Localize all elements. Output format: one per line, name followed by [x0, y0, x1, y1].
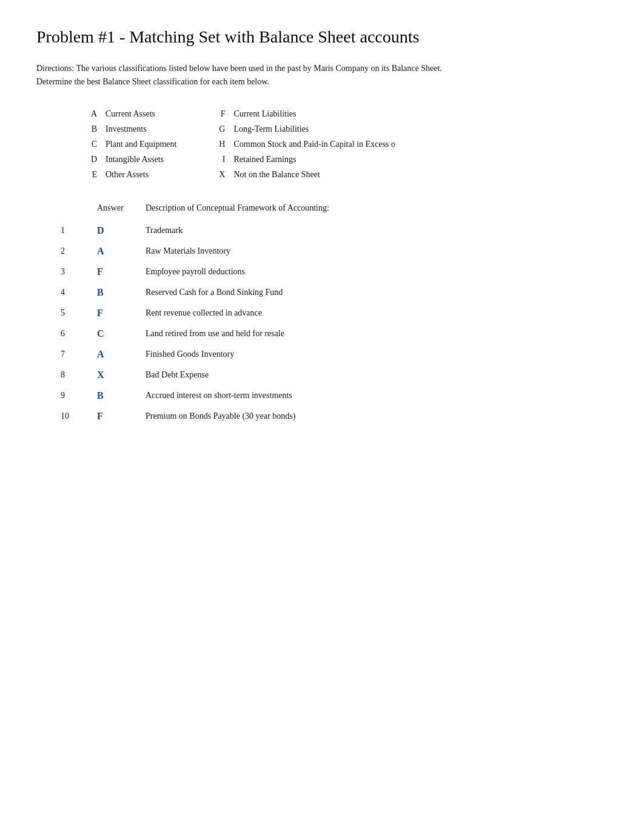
row-answer: F	[97, 306, 146, 320]
row-number: 2	[61, 245, 97, 257]
row-description: Raw Materials Inventory	[146, 245, 608, 257]
row-number: 9	[61, 389, 97, 402]
table-row: 2 A Raw Materials Inventory	[36, 241, 608, 262]
legend-label: Retained Earnings	[233, 153, 296, 166]
row-number: 5	[61, 306, 97, 319]
legend-letter: C	[85, 138, 97, 150]
table-row: 3 F Employee payroll deductions	[36, 262, 608, 282]
row-answer: A	[97, 347, 146, 362]
row-description: Bad Debt Expense	[146, 368, 608, 381]
answer-table: Answer Description of Conceptual Framewo…	[36, 199, 608, 427]
legend-item: EOther Assets	[85, 168, 176, 181]
row-number: 1	[61, 224, 97, 237]
header-spacer	[61, 201, 97, 214]
legend-label: Investments	[106, 123, 147, 135]
directions-text: Directions: The various classifications …	[36, 62, 461, 89]
legend-letter: D	[85, 153, 97, 166]
legend-section: ACurrent AssetsBInvestmentsCPlant and Eq…	[85, 107, 608, 181]
legend-item: DIntangible Assets	[85, 153, 176, 166]
legend-label: Common Stock and Paid-in Capital in Exce…	[233, 138, 395, 150]
row-answer: X	[97, 368, 146, 382]
row-description: Reserved Cash for a Bond Sinking Fund	[146, 286, 608, 299]
row-description: Employee payroll deductions	[146, 265, 608, 278]
row-description: Accrued interest on short-term investmen…	[146, 389, 608, 402]
legend-right: FCurrent LiabilitiesGLong-Term Liabiliti…	[213, 107, 395, 181]
table-row: 5 F Rent revenue collected in advance	[36, 303, 608, 323]
legend-letter: B	[85, 123, 97, 135]
legend-label: Intangible Assets	[106, 153, 164, 166]
table-header: Answer Description of Conceptual Framewo…	[36, 199, 608, 218]
table-row: 10 F Premium on Bonds Payable (30 year b…	[36, 406, 608, 427]
row-description: Finished Goods Inventory	[146, 348, 608, 360]
legend-item: CPlant and Equipment	[85, 138, 176, 150]
legend-letter: I	[213, 153, 225, 166]
row-answer: C	[97, 326, 146, 341]
row-answer: A	[97, 244, 146, 259]
legend-item: GLong-Term Liabilities	[213, 123, 395, 135]
row-description: Premium on Bonds Payable (30 year bonds)	[146, 410, 608, 422]
row-number: 8	[61, 368, 97, 381]
row-answer: F	[97, 265, 146, 279]
table-row: 1 D Trademark	[36, 220, 608, 241]
legend-item: HCommon Stock and Paid-in Capital in Exc…	[213, 138, 395, 150]
legend-letter: H	[213, 138, 225, 150]
legend-label: Current Assets	[106, 107, 155, 120]
row-answer: F	[97, 409, 146, 424]
row-answer: B	[97, 285, 146, 300]
header-description: Description of Conceptual Framework of A…	[146, 201, 608, 214]
legend-letter: E	[85, 168, 97, 181]
row-description: Rent revenue collected in advance	[146, 306, 608, 319]
legend-label: Plant and Equipment	[106, 138, 176, 150]
row-description: Land retired from use and held for resal…	[146, 327, 608, 340]
row-number: 10	[61, 410, 97, 422]
row-number: 4	[61, 286, 97, 299]
row-answer: B	[97, 388, 146, 403]
row-number: 6	[61, 327, 97, 340]
header-answer: Answer	[97, 201, 146, 214]
table-row: 7 A Finished Goods Inventory	[36, 344, 608, 365]
page-title: Problem #1 - Matching Set with Balance S…	[36, 24, 608, 50]
row-description: Trademark	[146, 224, 608, 237]
legend-letter: F	[213, 107, 225, 120]
legend-item: IRetained Earnings	[213, 153, 395, 166]
legend-label: Long-Term Liabilities	[233, 123, 309, 135]
legend-letter: A	[85, 107, 97, 120]
table-row: 8 X Bad Debt Expense	[36, 365, 608, 385]
legend-item: BInvestments	[85, 123, 176, 135]
table-row: 4 B Reserved Cash for a Bond Sinking Fun…	[36, 282, 608, 303]
legend-item: XNot on the Balance Sheet	[213, 168, 395, 181]
row-number: 3	[61, 265, 97, 278]
legend-item: FCurrent Liabilities	[213, 107, 395, 120]
row-number: 7	[61, 348, 97, 360]
legend-label: Not on the Balance Sheet	[233, 168, 320, 181]
table-row: 6 C Land retired from use and held for r…	[36, 323, 608, 344]
legend-item: ACurrent Assets	[85, 107, 176, 120]
legend-left: ACurrent AssetsBInvestmentsCPlant and Eq…	[85, 107, 176, 181]
legend-label: Other Assets	[106, 168, 149, 181]
legend-letter: X	[213, 168, 225, 181]
legend-label: Current Liabilities	[233, 107, 296, 120]
table-row: 9 B Accrued interest on short-term inves…	[36, 385, 608, 406]
row-answer: D	[97, 223, 146, 238]
legend-letter: G	[213, 123, 225, 135]
